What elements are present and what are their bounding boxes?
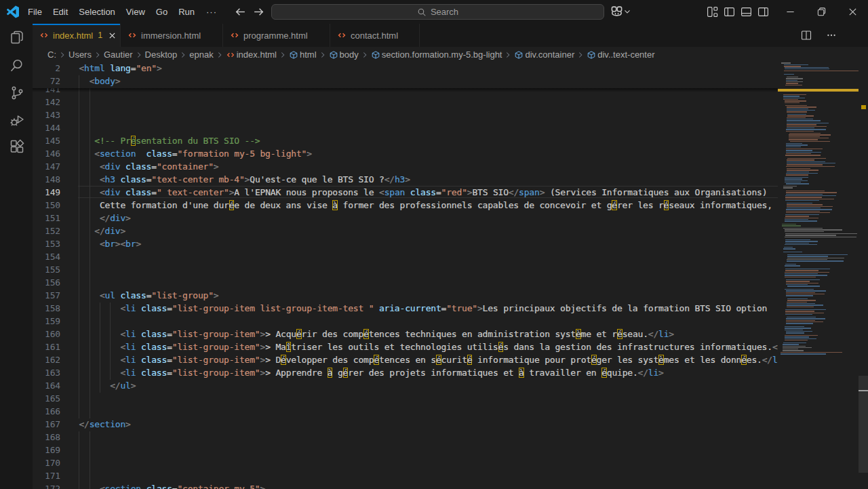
minimize-button[interactable] [774,0,806,24]
code-line-158[interactable]: <li class="list-group-item list-group-it… [79,302,772,315]
split-editor-icon[interactable] [801,30,812,41]
indent-guide [79,122,79,135]
menu-go[interactable]: Go [151,0,173,24]
copilot-button[interactable] [611,5,632,17]
breadcrumb-epnak[interactable]: epnak [189,50,213,60]
minimap-code-row [786,191,825,191]
minimap-code-row [783,252,802,252]
explorer-icon[interactable] [9,29,25,45]
code-line-164[interactable]: </ul> [79,379,136,392]
vscode-logo[interactable] [7,5,19,18]
minimap[interactable] [778,62,859,489]
more-actions-icon[interactable] [826,30,837,41]
code-line-152[interactable]: </div> [79,224,125,237]
indent-guide [79,406,79,418]
tab-label: programme.html [243,31,308,41]
minimap-code-row [786,166,835,167]
code-line-163[interactable]: <li class="list-group-item">> Apprendre … [79,366,663,379]
code-line-172[interactable]: <section class="container my-5"> [79,482,265,489]
source-control-icon[interactable] [9,85,25,101]
breadcrumb-Gautier[interactable]: Gautier [104,50,133,60]
menu-selection[interactable]: Selection [73,0,120,24]
tab-programme.html[interactable]: programme.html [223,24,330,47]
nav-back-button[interactable] [235,6,246,18]
minimap-code-row [786,283,818,283]
line-number: 160 [33,328,60,340]
code-line-160[interactable]: <li class="list-group-item">> Acquérir d… [79,328,674,340]
run-debug-icon[interactable] [9,112,25,128]
menu-file[interactable]: File [22,0,47,24]
menu-edit[interactable]: Edit [47,0,73,24]
code-line-151[interactable]: </div> [79,212,130,224]
maximize-button[interactable] [806,0,837,24]
vscode-logo-icon [7,5,19,18]
indent-guide [79,251,79,264]
close-tab-button[interactable] [106,30,117,41]
tab-contact.html[interactable]: contact.html [330,24,420,47]
line-number: 163 [33,366,60,379]
indent-guide [90,470,90,483]
overview-warning-mark [861,105,866,109]
toggle-sidebar-left-icon[interactable] [724,6,735,18]
search-input[interactable]: Search [271,4,604,20]
minimap-code-row [782,224,796,224]
scrollbar[interactable] [859,62,868,489]
breadcrumb-C:[interactable]: C: [47,50,56,60]
search-activity-icon[interactable] [9,58,25,74]
code-line-161[interactable]: <li class="list-group-item">> Maîtriser … [79,340,778,353]
sticky-code-line-72[interactable]: <body> [79,75,120,87]
overview-cursor-mark [859,390,868,391]
tab-immersion.html[interactable]: immersion.html [121,24,223,47]
sticky-code-line-2[interactable]: <html lang="en"> [79,62,161,75]
minimap-code-row [786,332,804,333]
minimap-code-row [786,81,803,82]
minimap-code-row [785,218,818,218]
chevron-right-icon [178,50,188,60]
breadcrumb-div.container[interactable]: div.container [514,50,574,60]
code-line-148[interactable]: <h3 class="text-center mb-4">Qu'est-ce q… [79,173,410,186]
minimap-code-row [785,237,856,237]
extensions-icon[interactable] [9,138,25,155]
customize-layout-icon[interactable] [707,6,718,18]
minimap-code-row [787,203,812,203]
menu-run[interactable]: Run [173,0,200,24]
breadcrumb-section.formation.my-5.bg-light[interactable]: section.formation.my-5.bg-light [371,50,502,60]
code-line-145[interactable]: <!-- Présentation du BTS SIO --> [79,134,260,147]
minimap-code-row [785,67,829,68]
title-bar: FileEditSelectionViewGoRun··· Search [0,0,868,24]
nav-forward-button[interactable] [253,6,264,18]
breadcrumb-Users[interactable]: Users [68,50,92,60]
line-number: 170 [33,456,60,469]
minimap-code-row [787,111,807,112]
code-line-147[interactable]: <div class="container"> [79,160,218,173]
close-button[interactable] [837,0,868,24]
code-line-150[interactable]: Cette formation d'une durée de deux ans … [79,199,772,212]
editor[interactable]: 141142143144145 <!-- Présentation du BTS… [33,62,868,489]
toggle-sidebar-right-icon[interactable] [757,6,769,18]
line-number: 146 [33,147,60,160]
code-line-157[interactable]: <ul class="list-group"> [79,289,218,302]
minimap-code-row [787,161,825,162]
breadcrumb-index.html[interactable]: index.html [226,50,277,60]
code-line-162[interactable]: <li class="list-group-item">> Développer… [79,353,778,366]
breadcrumb-Desktop[interactable]: Desktop [145,50,178,60]
minimap-code-row [783,96,800,96]
minimap-code-row [787,159,814,160]
breadcrumb-body[interactable]: body [329,50,359,60]
code-line-146[interactable]: <section class="formation my-5 bg-light"… [79,147,311,160]
menu-more[interactable]: ··· [200,7,223,17]
minimap-code-row [785,326,804,327]
minimap-code-row [787,124,816,125]
breadcrumb-div..text-center[interactable]: div..text-center [587,50,654,60]
code-area[interactable]: 141142143144145 <!-- Présentation du BTS… [33,62,778,489]
code-line-167[interactable]: </section> [79,418,130,431]
minimap-code-row [785,338,816,339]
code-line-153[interactable]: <br><br> [79,237,141,250]
minimap-code-row [786,131,814,132]
tab-index.html[interactable]: index.html1 [33,24,121,47]
breadcrumb-html[interactable]: html [289,50,317,60]
menu-view[interactable]: View [121,0,151,24]
code-line-149[interactable]: <div class=" text-center">A l'EPNAK nous… [79,186,767,199]
toggle-panel-icon[interactable] [741,6,752,18]
close-tab-icon[interactable] [108,31,117,40]
